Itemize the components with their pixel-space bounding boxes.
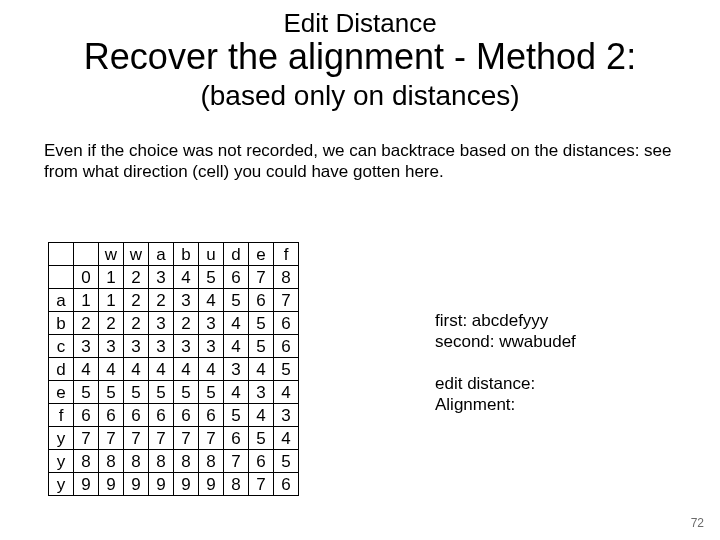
dp-cell: 6	[274, 473, 299, 496]
dp-row-header: b	[49, 312, 74, 335]
second-string-label: second: wwabudef	[435, 331, 576, 352]
dp-cell: 3	[149, 266, 174, 289]
dp-col-header: d	[224, 243, 249, 266]
body-paragraph: Even if the choice was not recorded, we …	[44, 140, 676, 183]
dp-cell: 6	[74, 404, 99, 427]
dp-cell: 8	[224, 473, 249, 496]
dp-cell: 4	[174, 358, 199, 381]
dp-cell: 7	[149, 427, 174, 450]
dp-cell: 7	[199, 427, 224, 450]
dp-cell: 5	[274, 358, 299, 381]
dp-cell: 5	[74, 381, 99, 404]
dp-cell: 6	[274, 312, 299, 335]
dp-cell: 5	[249, 312, 274, 335]
dp-row-header: e	[49, 381, 74, 404]
dp-cell: 7	[174, 427, 199, 450]
dp-cell: 3	[74, 335, 99, 358]
dp-cell: 5	[249, 335, 274, 358]
dp-cell: 7	[249, 266, 274, 289]
dp-cell: 6	[124, 404, 149, 427]
dp-cell: 9	[99, 473, 124, 496]
dp-cell: 7	[74, 427, 99, 450]
dp-cell: 4	[99, 358, 124, 381]
dp-cell: 2	[99, 312, 124, 335]
dp-cell: 1	[99, 266, 124, 289]
dp-col-header: b	[174, 243, 199, 266]
dp-cell: 4	[224, 335, 249, 358]
dp-row-header: y	[49, 427, 74, 450]
dp-cell: 4	[274, 427, 299, 450]
page-title: Recover the alignment - Method 2:	[0, 36, 720, 78]
dp-cell: 3	[174, 335, 199, 358]
right-panel: first: abcdefyyy second: wwabudef edit d…	[435, 310, 576, 415]
dp-row-header	[49, 266, 74, 289]
dp-cell: 5	[224, 289, 249, 312]
dp-cell: 3	[224, 358, 249, 381]
dp-cell: 3	[124, 335, 149, 358]
dp-cell: 3	[174, 289, 199, 312]
dp-cell: 6	[224, 427, 249, 450]
dp-cell: 4	[224, 381, 249, 404]
dp-row-header: d	[49, 358, 74, 381]
dp-cell: 9	[74, 473, 99, 496]
dp-cell: 8	[274, 266, 299, 289]
dp-cell: 6	[274, 335, 299, 358]
dp-cell: 3	[199, 312, 224, 335]
dp-cell: 7	[274, 289, 299, 312]
dp-cell: 5	[274, 450, 299, 473]
dp-cell: 8	[174, 450, 199, 473]
dp-cell: 7	[99, 427, 124, 450]
dp-col-header: u	[199, 243, 224, 266]
dp-cell: 6	[224, 266, 249, 289]
dp-cell: 3	[149, 312, 174, 335]
dp-cell: 7	[249, 473, 274, 496]
dp-cell: 5	[99, 381, 124, 404]
dp-cell: 9	[174, 473, 199, 496]
page-subtitle: (based only on distances)	[0, 80, 720, 112]
dp-cell: 8	[74, 450, 99, 473]
dp-col-header: w	[99, 243, 124, 266]
dp-cell: 4	[174, 266, 199, 289]
dp-cell: 2	[174, 312, 199, 335]
dp-cell: 6	[149, 404, 174, 427]
dp-cell: 6	[249, 289, 274, 312]
dp-cell: 8	[199, 450, 224, 473]
dp-cell: 5	[199, 381, 224, 404]
dp-cell: 5	[224, 404, 249, 427]
dp-cell: 3	[249, 381, 274, 404]
dp-cell: 1	[74, 289, 99, 312]
dp-cell: 0	[74, 266, 99, 289]
dp-cell: 3	[199, 335, 224, 358]
dp-cell: 4	[149, 358, 174, 381]
dp-cell: 6	[174, 404, 199, 427]
dp-cell: 9	[149, 473, 174, 496]
dp-cell: 3	[149, 335, 174, 358]
dp-cell: 5	[149, 381, 174, 404]
dp-row-header: f	[49, 404, 74, 427]
dp-col-header	[74, 243, 99, 266]
page-number: 72	[691, 516, 704, 530]
dp-cell: 4	[199, 358, 224, 381]
dp-cell: 3	[274, 404, 299, 427]
dp-row-header: y	[49, 473, 74, 496]
dp-cell: 2	[124, 289, 149, 312]
first-string-label: first: abcdefyyy	[435, 310, 576, 331]
dp-cell: 9	[199, 473, 224, 496]
page-pretitle: Edit Distance	[0, 8, 720, 39]
dp-row-header: a	[49, 289, 74, 312]
dp-table: wwabudef012345678a112234567b222323456c33…	[48, 242, 299, 496]
dp-cell: 4	[224, 312, 249, 335]
dp-cell: 4	[124, 358, 149, 381]
dp-cell: 8	[99, 450, 124, 473]
dp-cell: 5	[174, 381, 199, 404]
dp-cell: 8	[124, 450, 149, 473]
dp-cell: 9	[124, 473, 149, 496]
dp-col-header: w	[124, 243, 149, 266]
dp-cell: 2	[74, 312, 99, 335]
dp-col-header: f	[274, 243, 299, 266]
dp-col-header: e	[249, 243, 274, 266]
dp-cell: 4	[249, 404, 274, 427]
edit-distance-label: edit distance:	[435, 373, 576, 394]
dp-cell: 5	[199, 266, 224, 289]
dp-cell: 5	[249, 427, 274, 450]
